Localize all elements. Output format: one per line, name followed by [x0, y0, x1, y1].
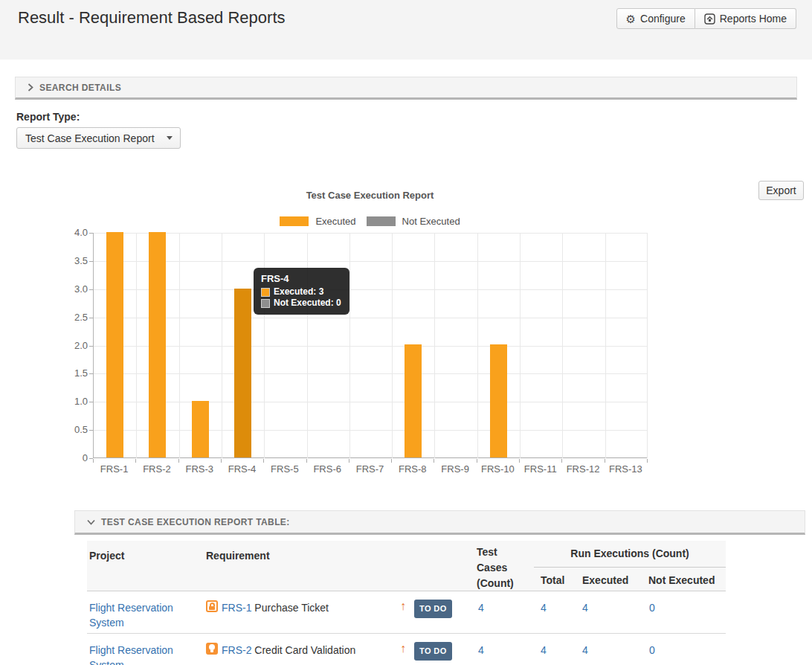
requirement-title: Purchase Ticket: [254, 602, 329, 614]
export-button[interactable]: Export: [758, 181, 804, 200]
x-category-label: FRS-9: [434, 463, 476, 475]
reports-home-button[interactable]: Reports Home: [695, 8, 796, 29]
y-tick-label: 3.0: [58, 283, 88, 295]
lightbulb-icon: [206, 643, 218, 655]
x-tick: [477, 459, 477, 463]
page-header: Result - Requirement Based Reports ⚙ Con…: [0, 0, 812, 60]
not-executed-count-link[interactable]: 0: [649, 643, 655, 658]
col-header-run-executions: Run Executions (Count): [534, 546, 726, 562]
project-link[interactable]: Flight Reservation System: [89, 600, 195, 630]
report-type-dropdown[interactable]: Test Case Execution Report: [16, 127, 181, 149]
x-tick: [93, 459, 94, 463]
x-tick: [519, 459, 520, 463]
gridline: [94, 261, 648, 262]
tooltip-swatch-icon: [261, 288, 270, 297]
gridline: [94, 402, 648, 402]
gridline: [605, 233, 606, 458]
report-type-selected: Test Case Execution Report: [25, 132, 155, 144]
chart-tooltip: FRS-4 Executed: 3Not Executed: 0: [254, 268, 349, 315]
tooltip-swatch-icon: [261, 299, 270, 308]
bar-FRS-4[interactable]: [234, 289, 251, 457]
status-badge: TO DO: [414, 600, 452, 618]
gridline: [307, 233, 308, 458]
x-tick: [306, 459, 307, 463]
report-table: Project Requirement Test Cases (Count) R…: [87, 541, 726, 665]
requirement-key-link[interactable]: FRS-2: [222, 644, 251, 656]
project-link[interactable]: Flight Reservation System: [89, 643, 195, 665]
x-category-label: FRS-8: [391, 463, 434, 475]
chart-plot-area: [93, 233, 647, 458]
x-tick: [647, 459, 648, 463]
bar-FRS-8[interactable]: [405, 344, 422, 457]
x-tick: [391, 459, 392, 463]
chart-title: Test Case Execution Report: [93, 190, 647, 201]
x-category-label: FRS-11: [519, 463, 561, 475]
y-tick-label: 2.0: [58, 340, 88, 351]
status-badge: TO DO: [414, 642, 452, 661]
executed-count-link[interactable]: 4: [582, 643, 588, 658]
lock-icon: [206, 600, 218, 612]
gear-icon: ⚙: [626, 13, 636, 25]
chart-legend: ExecutedNot Executed: [93, 216, 647, 227]
gridline: [94, 346, 648, 347]
x-category-label: FRS-7: [349, 463, 391, 475]
test-cases-count-link[interactable]: 4: [478, 643, 484, 658]
table-header: Project Requirement Test Cases (Count) R…: [87, 541, 726, 591]
chevron-down-icon: [87, 519, 95, 525]
x-tick: [349, 459, 349, 463]
gridline: [136, 233, 137, 458]
x-category-label: FRS-1: [93, 463, 135, 475]
configure-button[interactable]: ⚙ Configure: [616, 8, 695, 29]
x-category-label: FRS-3: [178, 463, 221, 475]
gridline: [94, 373, 648, 374]
x-tick: [605, 459, 605, 463]
page: Result - Requirement Based Reports ⚙ Con…: [0, 0, 812, 665]
header-button-group: ⚙ Configure Reports Home: [616, 8, 796, 29]
executed-count-link[interactable]: 4: [582, 600, 588, 615]
page-title: Result - Requirement Based Reports: [18, 8, 286, 28]
bar-FRS-2[interactable]: [149, 232, 166, 457]
tooltip-title: FRS-4: [261, 273, 341, 284]
gridline: [562, 233, 563, 458]
total-count-link[interactable]: 4: [541, 600, 547, 615]
search-details-toggle[interactable]: SEARCH DETAILS: [15, 77, 797, 100]
table-row: Flight Reservation System FRS-1 Purchase…: [87, 591, 726, 634]
table-section-label: TEST CASE EXECUTION REPORT TABLE:: [101, 517, 290, 527]
x-category-label: FRS-6: [306, 463, 349, 475]
gridline: [94, 318, 648, 318]
test-cases-count-link[interactable]: 4: [478, 600, 484, 615]
bar-FRS-10[interactable]: [490, 344, 507, 457]
legend-item: Not Executed: [367, 216, 460, 227]
priority-arrow-up-icon: ↑: [400, 641, 406, 656]
not-executed-count-link[interactable]: 0: [649, 600, 655, 615]
bar-FRS-1[interactable]: [106, 232, 123, 457]
chevron-right-icon: [28, 83, 33, 91]
gridline: [647, 233, 648, 458]
tooltip-text: Executed: 3: [274, 286, 323, 298]
requirement-title: Credit Card Validation: [254, 644, 355, 656]
legend-item: Executed: [280, 216, 355, 227]
legend-label: Not Executed: [402, 216, 460, 227]
tooltip-row: Not Executed: 0: [261, 298, 341, 309]
gridline: [434, 233, 435, 458]
reports-home-icon: [704, 13, 715, 25]
gridline: [94, 289, 648, 290]
x-tick: [178, 459, 179, 463]
requirement-key-link[interactable]: FRS-1: [222, 602, 251, 614]
x-category-label: FRS-10: [477, 463, 519, 475]
gridline: [94, 233, 648, 234]
y-tick-label: 3.5: [58, 255, 88, 266]
legend-swatch-icon: [367, 216, 396, 226]
y-tick-label: 0: [58, 452, 88, 463]
configure-button-label: Configure: [640, 13, 686, 25]
gridline: [392, 233, 393, 458]
run-executions-divider: [534, 567, 726, 568]
total-count-link[interactable]: 4: [541, 643, 547, 658]
bar-FRS-3[interactable]: [192, 401, 209, 457]
legend-label: Executed: [315, 216, 355, 227]
table-section-toggle[interactable]: TEST CASE EXECUTION REPORT TABLE:: [74, 510, 805, 535]
col-header-project: Project: [89, 548, 124, 564]
chevron-down-icon: [167, 136, 173, 140]
x-category-label: FRS-4: [221, 463, 263, 475]
y-tick-label: 1.5: [58, 367, 88, 379]
